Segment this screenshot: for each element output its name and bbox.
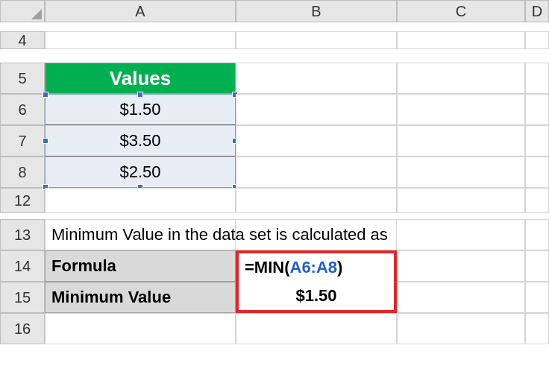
formula-text: =MIN(A6:A8) [245,258,342,277]
cell-A8[interactable]: $2.50 [45,157,236,188]
values-header[interactable]: Values [45,63,236,94]
row-header-16[interactable]: 16 [0,313,45,344]
col-header-C[interactable]: C [397,0,525,22]
col-header-A[interactable]: A [45,0,236,22]
value-1: $1.50 [119,100,160,119]
row-header-8[interactable]: 8 [0,157,45,188]
formula-label[interactable]: Formula [45,250,236,282]
cell-A12[interactable] [45,188,236,213]
minvalue-label[interactable]: Minimum Value [45,282,236,313]
cell-D7[interactable] [525,125,549,157]
spreadsheet-grid[interactable]: A B C D 4 5 Values 6 $1.50 7 $3.50 8 $2.… [0,0,549,344]
cell-D6[interactable] [525,94,549,125]
cell-D16[interactable] [525,313,549,344]
cell-B15-result[interactable]: $1.50 [236,282,397,313]
cell-B7[interactable] [236,125,397,157]
cell-D5[interactable] [525,63,549,94]
cell-B14-formula[interactable]: =MIN(A6:A8) [236,250,397,282]
cell-B8[interactable] [236,157,397,188]
row-header-5[interactable]: 5 [0,63,45,94]
cell-C14[interactable] [397,250,525,282]
cell-A13[interactable]: Minimum Value in the data set is calcula… [45,219,236,250]
row-header-15[interactable]: 15 [0,282,45,313]
cell-C8[interactable] [397,157,525,188]
cell-C5[interactable] [397,63,525,94]
value-2: $3.50 [119,131,160,151]
cell-C4[interactable] [397,31,525,49]
col-header-D[interactable]: D [525,0,549,22]
cell-C7[interactable] [397,125,525,157]
cell-D8[interactable] [525,157,549,188]
cell-A6[interactable]: $1.50 [45,94,236,125]
cell-D12[interactable] [525,188,549,213]
row-header-14[interactable]: 14 [0,250,45,282]
cell-D15[interactable] [525,282,549,313]
cell-A4[interactable] [45,31,236,49]
cell-C15[interactable] [397,282,525,313]
selection-handle[interactable] [43,92,48,98]
col-header-B[interactable]: B [236,0,397,22]
cell-B4[interactable] [236,31,397,49]
cell-B5[interactable] [236,63,397,94]
row-header-7[interactable]: 7 [0,125,45,157]
cell-C12[interactable] [397,188,525,213]
cell-B12[interactable] [236,188,397,213]
cell-D13[interactable] [525,219,549,250]
selection-handle[interactable] [43,138,48,144]
row-header-12[interactable]: 12 [0,188,45,213]
row-header-4[interactable]: 4 [0,31,45,49]
cell-A16[interactable] [45,313,236,344]
cell-B16[interactable] [236,313,397,344]
cell-C6[interactable] [397,94,525,125]
row-header-13[interactable]: 13 [0,219,45,250]
cell-C13[interactable] [397,219,525,250]
cell-D4[interactable] [525,31,549,49]
select-all-corner[interactable] [0,0,45,22]
cell-C16[interactable] [397,313,525,344]
cell-A7[interactable]: $3.50 [45,125,236,157]
value-3: $2.50 [119,162,160,182]
row-header-6[interactable]: 6 [0,94,45,125]
selection-handle[interactable] [137,92,143,98]
cell-D14[interactable] [525,250,549,282]
description-text: Minimum Value in the data set is calcula… [51,225,388,244]
cell-B6[interactable] [236,94,397,125]
